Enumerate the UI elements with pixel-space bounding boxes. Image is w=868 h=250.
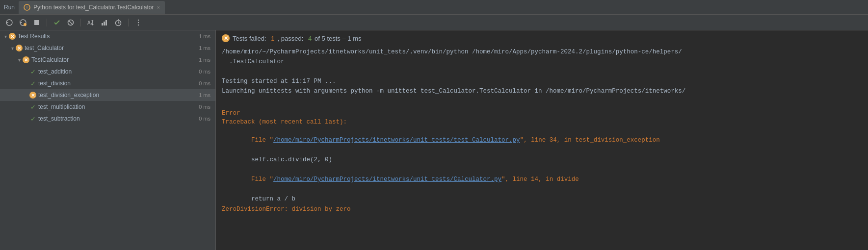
failed-count: 1 [271,35,274,42]
svg-rect-10 [105,20,107,25]
main-content: ▾ ✕ Test Results 1 ms ▾ ✕ test_Calculato… [0,30,868,250]
sort-duration-button[interactable] [99,17,110,28]
svg-point-15 [138,19,139,20]
tab-label: Python tests for test_Calculator.TestCal… [33,4,154,11]
svg-rect-4 [34,20,39,25]
zero-division-error: ZeroDivisionError: division by zero [222,206,862,213]
svg-rect-8 [102,23,103,25]
status-suffix: of 5 tests – 1 ms [315,35,361,42]
status-fail-icon: ✕ [222,34,230,42]
svg-point-17 [138,24,139,25]
output-line-1: /home/miro/~/PycharmProjects/itnetworks/… [222,47,862,57]
test-tree-panel: ▾ ✕ Test Results 1 ms ▾ ✕ test_Calculato… [0,30,216,250]
testcalculator-fail-icon: ✕ [23,56,29,63]
error-label: Error [222,110,862,117]
toolbar: ! AZ [0,15,868,30]
clock-button[interactable] [113,17,124,28]
test-multiplication-pass-icon: ✓ [29,103,36,110]
toggle-passed-button[interactable] [52,17,62,28]
output-panel: ✕ Tests failed: 1 , passed: 4 of 5 tests… [216,30,868,250]
test-division-pass-icon: ✓ [29,80,36,87]
rerun-button[interactable] [4,17,15,28]
svg-line-6 [69,21,73,25]
test-multiplication-label: test_multiplication [38,103,195,110]
tree-row-test-calculator[interactable]: ▾ ✕ test_Calculator 1 ms [0,42,215,54]
file1-prefix: File " [244,137,273,144]
test-calculator-label: test_Calculator [25,45,195,51]
test-subtraction-pass-icon: ✓ [29,115,36,122]
header-label: Test Results [18,33,195,40]
testcalculator-label: TestCalculator [31,56,195,63]
svg-rect-9 [104,22,105,25]
file2-line: File "/home/miro/PycharmProjects/itnetwo… [222,165,862,194]
file1-link[interactable]: /home/miro/PycharmProjects/itnetworks/un… [273,137,520,144]
passed-count: 4 [308,35,312,42]
top-bar: Run ! Python tests for test_Calculator.T… [0,0,868,15]
header-time: 1 ms [199,33,213,39]
active-tab[interactable]: ! Python tests for test_Calculator.TestC… [19,1,165,14]
tree-row-test-division-exception[interactable]: ✕ test_division_exception 1 ms [0,89,215,101]
output-line-2: .TestCalculator [222,57,862,67]
tree-row-test-multiplication[interactable]: ✓ test_multiplication 0 ms [0,101,215,113]
traceback-header: Traceback (most recent call last): [222,119,862,125]
svg-text:!: ! [24,24,26,26]
tree-row-test-addition[interactable]: ✓ test_addition 0 ms [0,66,215,77]
status-prefix: Tests failed: [233,35,268,42]
test-addition-time: 0 ms [199,69,213,75]
testcalculator-arrow: ▾ [16,57,23,63]
toolbar-separator-2 [80,19,81,26]
file2-prefix: File " [244,176,273,183]
svg-point-16 [138,22,139,23]
status-line: ✕ Tests failed: 1 , passed: 4 of 5 tests… [222,34,862,42]
test-calculator-time: 1 ms [199,45,213,51]
stop-button[interactable] [31,17,42,28]
output-gap [222,96,862,104]
file1-line: File "/home/miro/PycharmProjects/itnetwo… [222,125,862,155]
rerun-failed-button[interactable]: ! [18,17,28,28]
test-addition-label: test_addition [38,68,195,75]
output-blank-1 [222,67,862,76]
test-division-exception-label: test_division_exception [38,92,195,99]
toolbar-separator-1 [47,19,47,26]
run-label: Run [4,4,15,11]
sort-alpha-button[interactable]: AZ [85,17,96,28]
testcalculator-time: 1 ms [199,57,213,63]
tree-row-test-division[interactable]: ✓ test_division 0 ms [0,77,215,89]
file2-code: return a / b [222,194,862,204]
output-line-3: Testing started at 11:17 PM ... [222,76,862,86]
svg-text:!: ! [26,5,28,10]
test-calculator-arrow: ▾ [9,46,16,51]
toggle-ignored-button[interactable] [65,17,76,28]
tree-row-testcalculator[interactable]: ▾ ✕ TestCalculator 1 ms [0,54,215,66]
test-subtraction-time: 0 ms [199,116,213,122]
file2-link[interactable]: /home/miro/PycharmProjects/itnetworks/un… [273,176,501,183]
test-division-time: 0 ms [199,80,213,86]
python-test-icon: ! [24,4,30,11]
test-division-exception-fail-icon: ✕ [29,92,36,99]
test-calculator-fail-icon: ✕ [16,45,23,51]
tree-row-test-subtraction[interactable]: ✓ test_subtraction 0 ms [0,113,215,125]
file1-code: self.calc.divide(2, 0) [222,155,862,165]
test-multiplication-time: 0 ms [199,104,213,110]
status-mid: , passed: [278,35,305,42]
header-fail-icon: ✕ [9,33,16,40]
toolbar-separator-3 [128,19,129,26]
header-arrow: ▾ [2,34,9,39]
more-options-button[interactable] [133,17,144,28]
test-results-header[interactable]: ▾ ✕ Test Results 1 ms [0,30,215,42]
tab-close-button[interactable]: × [157,4,159,10]
test-subtraction-label: test_subtraction [38,115,195,122]
test-addition-pass-icon: ✓ [29,68,36,75]
test-division-exception-time: 1 ms [199,92,213,98]
file1-suffix: ", line 34, in test_division_exception [520,137,660,144]
file2-suffix: ", line 14, in divide [501,176,579,183]
test-division-label: test_division [38,80,195,87]
output-line-4: Launching unittests with arguments pytho… [222,86,862,96]
